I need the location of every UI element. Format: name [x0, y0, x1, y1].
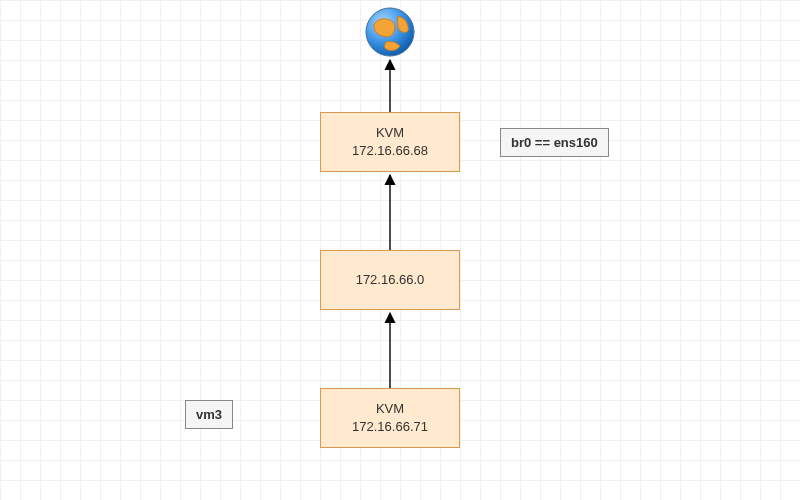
globe-icon [364, 6, 416, 61]
node-title: KVM [376, 400, 404, 418]
node-subnet[interactable]: 172.16.66.0 [320, 250, 460, 310]
label-text: vm3 [196, 407, 222, 422]
node-ip: 172.16.66.0 [356, 271, 425, 289]
node-kvm-vm[interactable]: KVM 172.16.66.71 [320, 388, 460, 448]
node-ip: 172.16.66.68 [352, 142, 428, 160]
label-bridge: br0 == ens160 [500, 128, 609, 157]
node-kvm-host[interactable]: KVM 172.16.66.68 [320, 112, 460, 172]
label-vm: vm3 [185, 400, 233, 429]
node-title: KVM [376, 124, 404, 142]
node-ip: 172.16.66.71 [352, 418, 428, 436]
label-text: br0 == ens160 [511, 135, 598, 150]
